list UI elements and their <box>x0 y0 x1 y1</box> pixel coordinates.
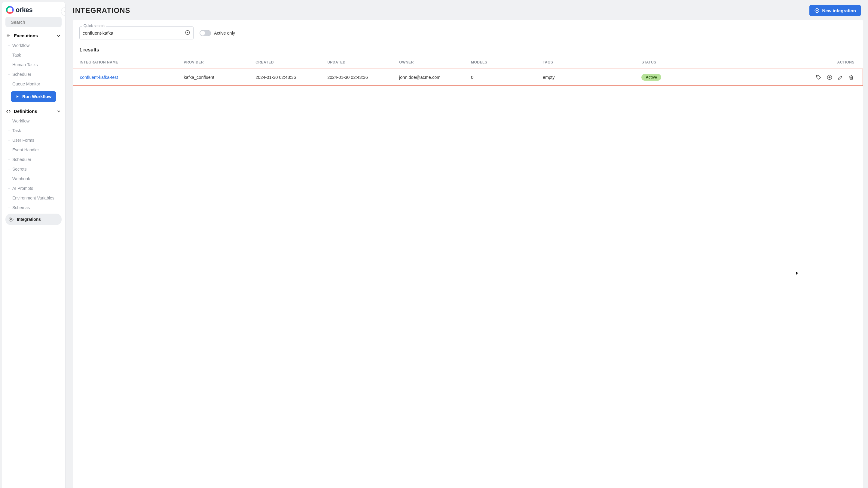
col-integration-name[interactable]: INTEGRATION NAME <box>73 56 181 69</box>
action-add-button[interactable] <box>827 74 833 80</box>
active-only-toggle[interactable] <box>199 30 211 36</box>
sidebar-search-input[interactable] <box>11 20 65 25</box>
nav-item-definitions-schemas[interactable]: Schemas <box>8 203 63 212</box>
cell-models: 0 <box>468 69 540 86</box>
col-updated[interactable]: UPDATED <box>324 56 396 69</box>
nav-section-label: Definitions <box>14 109 37 114</box>
nav-item-executions-scheduler[interactable]: Scheduler <box>8 69 63 79</box>
col-actions: ACTIONS <box>773 56 863 69</box>
nav-section-definitions[interactable]: Definitions <box>4 106 63 116</box>
clear-icon <box>185 30 190 35</box>
chevron-down-icon <box>56 33 61 38</box>
status-badge: Active <box>641 74 661 81</box>
nav-item-executions-task[interactable]: Task <box>8 50 63 60</box>
trash-icon <box>848 74 854 80</box>
sidebar-search[interactable]: ⌘ K <box>5 17 62 27</box>
col-models[interactable]: MODELS <box>468 56 540 69</box>
nav-section-executions[interactable]: Executions <box>4 31 63 40</box>
new-integration-label: New integration <box>822 8 856 13</box>
integrations-icon <box>8 217 14 222</box>
cell-updated: 2024-01-30 02:43:36 <box>324 69 396 86</box>
svg-point-7 <box>9 217 13 222</box>
filter-row: Quick search Active only <box>73 20 863 41</box>
quick-search-label: Quick search <box>82 24 106 28</box>
chevron-down-icon <box>56 109 61 114</box>
content-panel: Quick search Active only 1 results <box>73 20 863 488</box>
run-workflow-label: Run Workflow <box>22 94 52 99</box>
svg-marker-5 <box>17 95 19 98</box>
play-icon <box>16 95 19 98</box>
col-status[interactable]: STATUS <box>639 56 773 69</box>
nav-section-label: Executions <box>14 33 38 38</box>
nav-item-definitions-ai-prompts[interactable]: AI Prompts <box>8 183 63 193</box>
nav-item-executions-workflow[interactable]: Workflow <box>8 40 63 50</box>
page-title: INTEGRATIONS <box>73 6 130 15</box>
run-workflow-button[interactable]: Run Workflow <box>11 91 56 102</box>
edit-icon <box>837 74 843 80</box>
tag-icon <box>816 74 822 80</box>
chevron-left-icon <box>63 10 65 13</box>
sidebar: orkes ⌘ K Executions Work <box>2 2 65 488</box>
nav-item-definitions-scheduler[interactable]: Scheduler <box>8 155 63 164</box>
nav-item-definitions-secrets[interactable]: Secrets <box>8 164 63 174</box>
nav-item-definitions-webhook[interactable]: Webhook <box>8 174 63 183</box>
cell-created: 2024-01-30 02:43:36 <box>252 69 324 86</box>
sidebar-collapse-button[interactable] <box>61 7 65 16</box>
nav-item-executions-queue-monitor[interactable]: Queue Monitor <box>8 79 63 89</box>
integrations-table: INTEGRATION NAME PROVIDER CREATED UPDATE… <box>73 56 863 86</box>
quick-search-clear-button[interactable] <box>185 30 190 36</box>
svg-point-14 <box>817 76 818 77</box>
action-tags-button[interactable] <box>816 74 822 80</box>
logo-icon <box>6 6 14 14</box>
nav-item-executions-human-tasks[interactable]: Human Tasks <box>8 60 63 69</box>
logo-text: orkes <box>16 6 32 14</box>
new-integration-button[interactable]: New integration <box>809 5 861 16</box>
nav-item-integrations[interactable]: Integrations <box>5 213 62 225</box>
quick-search-input[interactable] <box>83 30 185 35</box>
active-only-label: Active only <box>214 31 235 35</box>
action-edit-button[interactable] <box>837 74 843 80</box>
active-only-toggle-wrap: Active only <box>199 30 235 36</box>
nav-item-definitions-user-forms[interactable]: User Forms <box>8 135 63 145</box>
plus-circle-icon <box>814 8 819 13</box>
cell-owner: john.doe@acme.com <box>396 69 468 86</box>
code-icon <box>6 109 11 114</box>
action-delete-button[interactable] <box>848 74 854 80</box>
row-actions <box>776 74 854 80</box>
col-tags[interactable]: TAGS <box>540 56 639 69</box>
nav-item-definitions-env-vars[interactable]: Environment Variables <box>8 193 63 203</box>
nav-item-definitions-task[interactable]: Task <box>8 126 63 135</box>
nav-item-label: Integrations <box>17 217 41 222</box>
nav-item-definitions-event-handler[interactable]: Event Handler <box>8 145 63 155</box>
main: INTEGRATIONS New integration Quick searc… <box>65 0 868 488</box>
plus-circle-icon <box>827 74 833 80</box>
cell-provider: kafka_confluent <box>181 69 252 86</box>
quick-search-field: Quick search <box>79 27 193 39</box>
col-provider[interactable]: PROVIDER <box>181 56 252 69</box>
svg-point-6 <box>10 219 12 220</box>
table-header-row: INTEGRATION NAME PROVIDER CREATED UPDATE… <box>73 56 863 69</box>
cell-tags: empty <box>540 69 639 86</box>
col-created[interactable]: CREATED <box>252 56 324 69</box>
integration-name-link[interactable]: confluent-kafka-test <box>80 75 118 80</box>
topbar: INTEGRATIONS New integration <box>65 0 868 20</box>
col-owner[interactable]: OWNER <box>396 56 468 69</box>
nav-item-definitions-workflow[interactable]: Workflow <box>8 116 63 126</box>
logo: orkes <box>2 2 65 17</box>
results-count: 1 results <box>73 41 863 56</box>
list-icon <box>6 33 11 38</box>
table-row: confluent-kafka-test kafka_confluent 202… <box>73 69 863 86</box>
